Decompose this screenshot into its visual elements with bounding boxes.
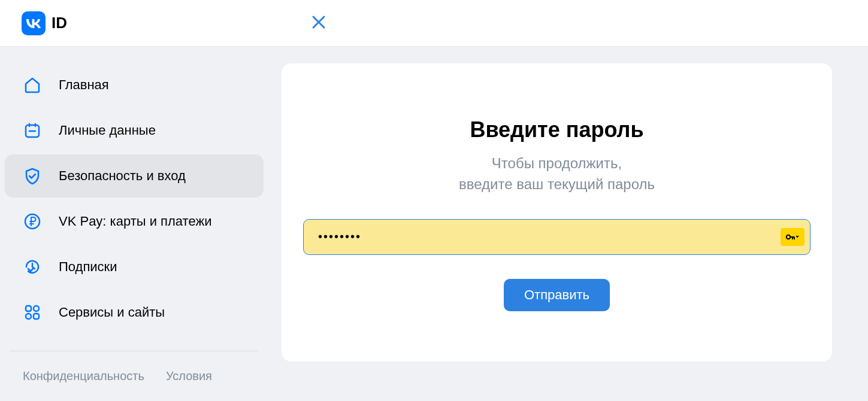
sidebar-item-vkpay[interactable]: VK Pay: карты и платежи (5, 200, 264, 243)
key-icon (785, 232, 800, 242)
home-icon (23, 75, 42, 95)
vk-logo-icon (22, 11, 46, 35)
submit-button[interactable]: Отправить (504, 279, 610, 311)
svg-rect-3 (34, 306, 39, 311)
footer-terms-link[interactable]: Условия (166, 369, 212, 383)
personal-icon (23, 121, 42, 140)
password-input-wrap (303, 219, 810, 255)
card-subtitle-line2: введите ваш текущий пароль (459, 176, 655, 192)
sidebar-item-home[interactable]: Главная (5, 63, 264, 107)
main: Введите пароль Чтобы продолжить, введите… (282, 63, 868, 383)
footer-privacy-link[interactable]: Конфиденциальность (23, 369, 144, 383)
shield-icon (23, 166, 42, 186)
card-subtitle: Чтобы продолжить, введите ваш текущий па… (303, 153, 810, 195)
brand-id-label: ID (52, 14, 67, 32)
sidebar-item-personal[interactable]: Личные данные (5, 109, 264, 152)
sidebar-item-label: Сервисы и сайты (59, 305, 165, 320)
password-manager-badge[interactable] (781, 228, 805, 246)
card-title: Введите пароль (303, 117, 810, 142)
sidebar-item-label: Подписки (59, 259, 117, 275)
brand-logo[interactable]: ID (22, 11, 67, 35)
svg-rect-5 (34, 314, 39, 319)
svg-rect-2 (26, 306, 31, 311)
password-input[interactable] (303, 219, 810, 255)
svg-point-6 (787, 235, 790, 238)
sidebar-item-services[interactable]: Сервисы и сайты (5, 291, 264, 334)
sidebar-item-subscriptions[interactable]: Подписки (5, 245, 264, 288)
close-button[interactable] (310, 14, 327, 33)
header: ID (0, 0, 868, 47)
close-icon (310, 14, 327, 31)
ruble-icon (23, 212, 42, 231)
footer-links: Конфиденциальность Условия (10, 351, 258, 383)
sidebar: Главная Личные данные Безопасность и вхо… (0, 63, 282, 383)
services-icon (23, 303, 42, 322)
sidebar-item-label: Безопасность и вход (59, 168, 186, 184)
sidebar-item-security[interactable]: Безопасность и вход (5, 154, 264, 198)
svg-rect-4 (26, 314, 31, 319)
card-subtitle-line1: Чтобы продолжить, (492, 155, 622, 171)
sidebar-item-label: Главная (59, 77, 109, 93)
password-card: Введите пароль Чтобы продолжить, введите… (282, 63, 832, 361)
sidebar-item-label: VK Pay: карты и платежи (59, 214, 211, 229)
layout: Главная Личные данные Безопасность и вхо… (0, 47, 868, 383)
clock-icon (23, 257, 42, 277)
sidebar-item-label: Личные данные (59, 123, 156, 138)
